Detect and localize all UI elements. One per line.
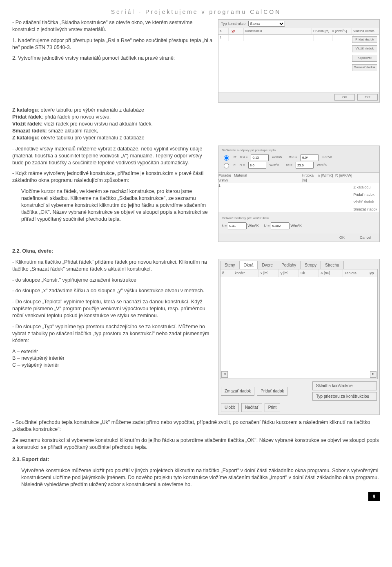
grid-body[interactable]: 1 Pridať riadok Vložiť riadok Kopírovať … xyxy=(218,35,379,92)
c2-3: λ [W/mK] xyxy=(318,173,335,183)
btn-exit[interactable]: Exit xyxy=(357,94,378,101)
col-c: č. xyxy=(218,28,229,34)
tot-title: Celkové hodnoty pre konštrukciu xyxy=(222,216,376,221)
p-okna4: - Do sloupce „Teplota" vyplníme teplotu,… xyxy=(12,298,213,319)
tab-podlahy[interactable]: Podlahy xyxy=(277,261,301,269)
typ-select[interactable]: Stena xyxy=(248,21,285,27)
c3-5: A [m²] xyxy=(319,269,343,277)
grid3-body[interactable] xyxy=(220,277,377,371)
rsi-input[interactable] xyxy=(251,154,269,161)
tab-okna[interactable]: Okná xyxy=(239,261,258,269)
code-b: B – nevytápěný interiér xyxy=(12,355,213,362)
tab-dvere[interactable]: Dvere xyxy=(257,261,277,269)
rse-input[interactable] xyxy=(301,154,318,161)
btn-ok2[interactable]: OK xyxy=(339,235,357,240)
btn-katalog[interactable]: Z katalogu xyxy=(354,185,377,190)
c2-4: R [m²K/W] xyxy=(335,173,355,183)
c3-0: č. xyxy=(220,269,233,277)
col-hrubka: Hrúbka [m] xyxy=(312,28,331,34)
code-a: A – exteriér xyxy=(12,348,213,355)
grid2-body[interactable]: 1 Z katalogu Pridať riadok Vložiť riadok… xyxy=(218,183,379,212)
tab-steny[interactable]: Steny xyxy=(220,261,240,269)
p-export: Vytvořené konstrukce můžeme uložit pro p… xyxy=(21,467,380,488)
tab-stropy[interactable]: Stropy xyxy=(300,261,321,269)
group-title: Súčinitele a odpory pri prestupe tepla xyxy=(222,148,376,153)
p-okna1: - Kliknutím na tlačítko „Přidat řádek" p… xyxy=(12,259,213,273)
btn-pridat2[interactable]: Pridať riadok xyxy=(354,192,377,197)
col-k: k [W/m²K] xyxy=(331,28,352,34)
c3-1: konštr. xyxy=(233,269,259,277)
btn-zmazat[interactable]: Zmazať riadok xyxy=(221,387,254,396)
c2-1: Materiál xyxy=(234,173,302,183)
c2-btns xyxy=(355,173,379,183)
btn-pridat3[interactable]: Pridať riadok xyxy=(257,387,287,396)
para-intro: - Po stlačení tlačítka „Skladba konstruk… xyxy=(12,19,213,33)
series-title: Seriál - Projektujeme v programu CalCON xyxy=(12,8,380,16)
p-uk2: Ze seznamu konstrukcí si vybereme konstr… xyxy=(12,437,380,451)
btn-smazat2[interactable]: Smazať riadok xyxy=(354,207,377,212)
para-assign: - Když máme vytvořeny jednotlivé konstru… xyxy=(12,170,213,184)
he-input[interactable] xyxy=(296,162,314,169)
btn-ok[interactable]: OK xyxy=(334,94,355,101)
p-uk: - Součinitel přechodu tepla konstrukce „… xyxy=(12,419,380,433)
btn-nacitat[interactable]: Načítať xyxy=(241,403,262,412)
page-number: 9 xyxy=(368,492,380,501)
c3-4: Uk xyxy=(299,269,319,277)
c2-2: Hrúbka [m] xyxy=(302,173,318,183)
p-okna5: - Do sloupce „Typ" vyplníme typ prostoru… xyxy=(12,323,213,344)
btn-vlozit2[interactable]: Vložiť riadok xyxy=(354,199,377,204)
btn-typ-priestoru[interactable]: Typ priestoru za konštrukciou xyxy=(312,392,377,401)
btn-pridat[interactable]: Pridať riadok xyxy=(352,36,377,43)
c3-7: Typ xyxy=(366,269,377,277)
k-val xyxy=(228,222,247,229)
btn-skladba[interactable]: Skladba konštrukcie xyxy=(312,381,377,390)
section-23: 2.3. Export dat: xyxy=(12,456,380,463)
col-kon: Konštrukcia xyxy=(244,28,312,34)
p-okna3: - do sloupce „x" zadáváme šířku a do slo… xyxy=(12,287,213,294)
para-cursor: Vložíme kurzor na řádek, ve kterém se na… xyxy=(21,188,213,222)
c3-2: x [m] xyxy=(259,269,279,277)
btn-ulozit[interactable]: Uložiť xyxy=(221,403,239,412)
para-layers: - Jednotlivé vrstvy materiálů můžeme vyb… xyxy=(12,146,213,166)
col-typ: Typ xyxy=(229,28,244,34)
hi-input[interactable] xyxy=(248,162,266,169)
scroll-right[interactable]: ► xyxy=(370,371,376,378)
p-okna2: - do sloupce „Konstr." vyplňujeme označe… xyxy=(12,277,213,284)
c3-6: Teplota xyxy=(343,269,366,277)
opt-h[interactable] xyxy=(224,163,229,168)
def-list: Z katalogu: otevře tabulku pro výběr mat… xyxy=(12,107,380,141)
section-22: 2.2. Okna, dveře: xyxy=(12,248,380,255)
screenshot-okna: Steny Okná Dvere Podlahy Stropy Strecha … xyxy=(218,259,380,415)
u-val xyxy=(271,222,290,229)
btn-print[interactable]: Print xyxy=(265,403,281,412)
code-c: C – vytápěný interiér xyxy=(12,362,213,369)
btn-smazat[interactable]: Smazať riadok xyxy=(352,64,377,71)
c2-0: Poradie vrstvy xyxy=(218,173,234,183)
screenshot-sklad: Súčinitele a odpory pri prestupe tepla R… xyxy=(218,146,380,242)
btn-vlozit[interactable]: Vložiť riadok xyxy=(352,45,377,52)
btn-cancel2[interactable]: Cancel xyxy=(360,235,378,240)
para-step1: 1. Nadefinujeme odpor při přestupu tepla… xyxy=(12,37,213,51)
opt-r[interactable] xyxy=(224,155,229,161)
col-vlastna: Vlastná konštr. xyxy=(352,28,379,34)
btn-kopir[interactable]: Kopírovať xyxy=(352,55,377,62)
c3-3: y [m] xyxy=(279,269,299,277)
screenshot-konstrukce: Typ konstrukce Stena č. Typ Konštrukcia … xyxy=(218,19,380,103)
tab-strecha[interactable]: Strecha xyxy=(321,261,343,269)
scroll-left[interactable]: ◄ xyxy=(221,371,228,378)
typ-label: Typ konstrukce xyxy=(221,21,246,26)
para-step2: 2. Vytvoříme jednotlivé vrstvy materiálů… xyxy=(12,55,213,62)
